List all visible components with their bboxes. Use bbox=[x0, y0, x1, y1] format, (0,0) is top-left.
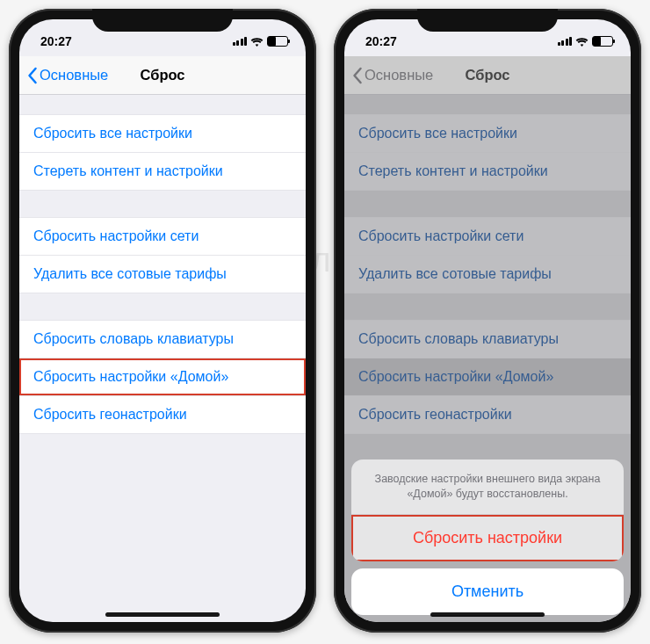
back-label: Основные bbox=[365, 67, 433, 83]
back-button[interactable]: Основные bbox=[19, 67, 108, 84]
group-2: Сбросить настройки сети Удалить все сото… bbox=[19, 217, 306, 293]
status-time: 20:27 bbox=[40, 34, 72, 48]
home-indicator bbox=[105, 612, 220, 617]
battery-icon bbox=[592, 36, 613, 47]
nav-bar: Основные Сброс bbox=[19, 56, 306, 95]
row-reset-network[interactable]: Сбросить настройки сети bbox=[19, 217, 306, 256]
wifi-icon bbox=[250, 37, 264, 47]
row-reset-all: Сбросить все настройки bbox=[344, 114, 631, 153]
row-erase-content: Стереть контент и настройки bbox=[344, 153, 631, 191]
back-label: Основные bbox=[40, 67, 108, 83]
back-button: Основные bbox=[344, 67, 433, 84]
phone-left: 20:27 Основные Сброс Сбросить все настро… bbox=[9, 9, 316, 633]
group-3: Сбросить словарь клавиатуры Сбросить нас… bbox=[344, 320, 631, 434]
row-remove-cellular: Удалить все сотовые тарифы bbox=[344, 256, 631, 293]
status-right bbox=[558, 36, 614, 47]
chevron-left-icon bbox=[351, 67, 363, 84]
content: Сбросить все настройки Стереть контент и… bbox=[19, 95, 306, 622]
nav-bar: Основные Сброс bbox=[344, 56, 631, 95]
group-2: Сбросить настройки сети Удалить все сото… bbox=[344, 217, 631, 293]
row-reset-network: Сбросить настройки сети bbox=[344, 217, 631, 256]
row-remove-cellular[interactable]: Удалить все сотовые тарифы bbox=[19, 256, 306, 293]
screen-right: 20:27 Основные Сброс Сбросить все настро… bbox=[344, 19, 631, 622]
row-reset-keyboard[interactable]: Сбросить словарь клавиатуры bbox=[19, 320, 306, 358]
status-right bbox=[233, 36, 289, 47]
sheet-message: Заводские настройки внешнего вида экрана… bbox=[351, 459, 624, 515]
reset-confirm-button[interactable]: Сбросить настройки bbox=[351, 515, 624, 561]
phone-right: 20:27 Основные Сброс Сбросить все настро… bbox=[334, 9, 641, 633]
row-reset-keyboard: Сбросить словарь клавиатуры bbox=[344, 320, 631, 358]
notch bbox=[417, 9, 558, 32]
chevron-left-icon bbox=[26, 67, 38, 84]
action-sheet: Заводские настройки внешнего вида экрана… bbox=[351, 459, 624, 615]
nav-title: Сброс bbox=[140, 67, 184, 83]
group-1: Сбросить все настройки Стереть контент и… bbox=[19, 114, 306, 191]
row-reset-location[interactable]: Сбросить геонастройки bbox=[19, 396, 306, 434]
cancel-card: Отменить bbox=[351, 568, 624, 615]
wifi-icon bbox=[575, 37, 589, 47]
signal-icon bbox=[558, 37, 573, 46]
screen-left: 20:27 Основные Сброс Сбросить все настро… bbox=[19, 19, 306, 622]
group-1: Сбросить все настройки Стереть контент и… bbox=[344, 114, 631, 191]
row-reset-all[interactable]: Сбросить все настройки bbox=[19, 114, 306, 153]
sheet-card: Заводские настройки внешнего вида экрана… bbox=[351, 459, 624, 561]
signal-icon bbox=[233, 37, 248, 46]
nav-title: Сброс bbox=[465, 67, 509, 83]
battery-icon bbox=[267, 36, 288, 47]
row-reset-home: Сбросить настройки «Домой» bbox=[344, 358, 631, 396]
home-indicator bbox=[430, 612, 545, 617]
group-3: Сбросить словарь клавиатуры Сбросить нас… bbox=[19, 320, 306, 434]
status-time: 20:27 bbox=[365, 34, 397, 48]
row-reset-home[interactable]: Сбросить настройки «Домой» bbox=[19, 358, 306, 396]
row-reset-location: Сбросить геонастройки bbox=[344, 396, 631, 434]
row-erase-content[interactable]: Стереть контент и настройки bbox=[19, 153, 306, 191]
cancel-button[interactable]: Отменить bbox=[351, 568, 624, 615]
notch bbox=[92, 9, 233, 32]
